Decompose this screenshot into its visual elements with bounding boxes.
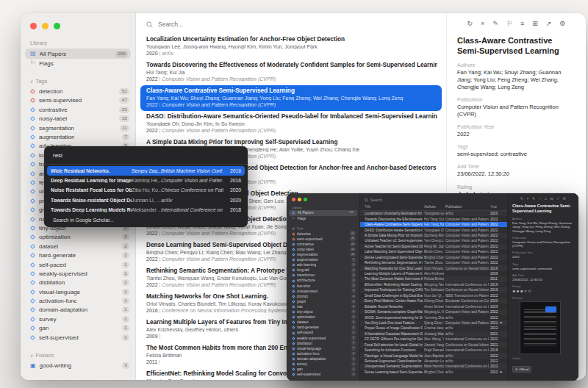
suggestion-row[interactable]: Wide Residual Networks. Sergey Zag... Br… xyxy=(47,166,245,176)
sidebar-item-tag[interactable]: distillation 1 xyxy=(21,279,135,287)
table-row[interactable]: Improved Techniques for Training GANs. T… xyxy=(360,287,507,292)
table-row[interactable]: DASO: Distribution-Aware Semantics-Orien… xyxy=(360,227,507,232)
sidebar-item-flags[interactable]: ⚐ Flags xyxy=(21,59,135,68)
paper-row[interactable]: Class-Aware Contrastive Semi-Supervised … xyxy=(140,85,442,111)
sidebar-item-tag[interactable]: transformer 4 xyxy=(287,273,359,278)
sidebar-item-folder[interactable]: ▣ good-writing 3 xyxy=(21,361,135,370)
table-row[interactable]: FP-DETR: Efficient Pre-training for Dete… xyxy=(360,337,507,342)
column-title[interactable]: Title xyxy=(365,205,423,209)
settings-icon[interactable]: ⚙ xyxy=(559,20,565,27)
table-row[interactable]: Proper Reuse of Image Classification Fea… xyxy=(360,326,507,331)
sidebar-item-tag[interactable]: adv-learning 5 xyxy=(287,262,359,267)
sidebar-item-tag[interactable]: detection 52 xyxy=(287,231,359,237)
sidebar-item-tag[interactable]: augmentation 7 xyxy=(287,257,359,262)
table-row[interactable]: S4OD: Semi-supervised learning for Singl… xyxy=(360,315,507,320)
table-row[interactable]: Retrieval Augmented Classification for L… xyxy=(360,359,507,364)
sidebar-item-tag[interactable]: semi-supervised 47 xyxy=(21,96,135,105)
tags-section-header[interactable]: ∨ Tags xyxy=(30,78,135,85)
table-row[interactable]: The Most Common Habits from more than 20… xyxy=(360,276,507,281)
sidebar-item-tag[interactable]: weakly-supervised 1 xyxy=(287,335,359,340)
table-row[interactable]: Class-Aware Contrastive Semi-Supervised … xyxy=(360,222,507,227)
share-icon[interactable]: ↗ xyxy=(546,20,552,27)
tags-section-header[interactable]: ∨ Tags xyxy=(292,226,359,231)
sidebar-item-tag[interactable]: nas 2 xyxy=(287,304,359,309)
sidebar-item-tag[interactable]: graph 2 xyxy=(287,299,359,304)
table-row[interactable]: Learning Multiple Layers of Features fro… xyxy=(360,271,507,276)
sidebar-item-tag[interactable]: dataset 2 xyxy=(21,242,135,251)
list-view-icon[interactable]: ≡ xyxy=(545,197,547,201)
pdf-preview-thumbnail[interactable] xyxy=(520,301,561,354)
sidebar-item-tag[interactable]: semi-supervised 47 xyxy=(287,237,359,242)
mini-search-bar[interactable]: Search... xyxy=(360,193,507,204)
table-row[interactable]: EfficientNet: Rethinking Model Scaling f… xyxy=(360,282,507,287)
sidebar-item-tag[interactable]: augmentation 7 xyxy=(21,132,135,141)
sidebar-item-tag[interactable]: segmentation 11 xyxy=(287,252,359,257)
sidebar-item-tag[interactable]: self-paced 1 xyxy=(287,330,359,335)
sidebar-item-tag[interactable]: contrastive 23 xyxy=(287,242,359,247)
sidebar-item-tag[interactable]: detection 52 xyxy=(21,87,135,96)
sidebar-item-all-papers[interactable]: ▤ All Papers 209 xyxy=(289,210,357,216)
table-row[interactable]: Matching Networks for One Shot Learning.… xyxy=(360,265,507,270)
sidebar-item-tag[interactable]: gan 1 xyxy=(21,324,135,333)
sidebar-item-tag[interactable]: contrastive 23 xyxy=(21,105,135,114)
list-view-icon[interactable]: ≡ xyxy=(520,20,524,27)
settings-icon[interactable]: ⚙ xyxy=(563,197,566,201)
sidebar-item-tag[interactable]: few-shot 3 xyxy=(287,284,359,289)
sidebar-item-tag[interactable]: segmentation 11 xyxy=(21,123,135,132)
suggestion-row[interactable]: Deep Residual Learning for Image Reco...… xyxy=(47,176,245,185)
zoom-button[interactable] xyxy=(304,198,307,201)
sidebar-item-tag[interactable]: dataset 2 xyxy=(287,320,359,325)
delete-icon[interactable]: × xyxy=(527,197,529,201)
sidebar-item-tag[interactable]: gan 1 xyxy=(287,367,359,372)
flag-icon[interactable]: ⚐ xyxy=(506,20,512,27)
sidebar-item-tag[interactable]: domain-adaptation 1 xyxy=(21,306,135,315)
minimize-button[interactable] xyxy=(298,198,301,201)
column-authors[interactable]: Authors xyxy=(424,205,444,209)
table-row[interactable]: Every Pixel Matters: Center-Aware Featur… xyxy=(360,298,507,303)
flag-icon[interactable]: ⚐ xyxy=(538,197,541,201)
zoom-button[interactable] xyxy=(54,23,60,29)
table-row[interactable]: Unbiased Teacher v2: Semi-supervised Obj… xyxy=(360,238,507,243)
close-button[interactable] xyxy=(30,23,37,29)
sidebar-item-tag[interactable]: visual-language 1 xyxy=(287,346,359,351)
rating-stars[interactable]: ★★★☆☆ xyxy=(512,289,574,294)
sidebar-item-tag[interactable]: prompt 2 xyxy=(287,294,359,299)
sidebar-item-tag[interactable]: hard-generate 1 xyxy=(21,251,135,259)
sidebar-item-tag[interactable]: survey 1 xyxy=(287,362,359,367)
sidebar-item-tag[interactable]: weakly-supervised 1 xyxy=(21,269,135,278)
close-button[interactable] xyxy=(292,198,295,201)
table-row[interactable]: Dense Learning based Semi-Supervised Obj… xyxy=(360,255,507,260)
table-row[interactable]: Searching for Activation Functions. Praj… xyxy=(360,348,507,353)
table-view-icon[interactable]: ⊞ xyxy=(551,197,553,201)
code-repo-chip[interactable]: ⊙ Official xyxy=(512,366,531,373)
column-year[interactable]: Year xyxy=(490,205,500,209)
table-row[interactable]: Rethinking Semantic Segmentation: A Prot… xyxy=(360,260,507,265)
column-publication[interactable]: Publication xyxy=(445,205,489,209)
table-row[interactable]: Label Matching Semi-Supervised Object De… xyxy=(360,249,507,254)
minimize-button[interactable] xyxy=(42,23,49,29)
suggestion-row[interactable]: Towards Deep Learning Models Resista... … xyxy=(47,205,245,215)
table-row[interactable]: Active Teacher for Semi-Supervised Objec… xyxy=(360,244,507,249)
sidebar-item-tag[interactable]: self-supervised 1 xyxy=(287,372,359,377)
sidebar-item-tag[interactable]: visual-language 1 xyxy=(21,287,135,296)
sidebar-item-tag[interactable]: noisy-label 15 xyxy=(21,115,135,123)
search-input[interactable] xyxy=(157,20,304,29)
folders-section-header[interactable]: ∨ Folders xyxy=(30,352,135,359)
suggestion-row[interactable]: Noise Resistant Focal Loss for Object D.… xyxy=(47,185,245,195)
paper-row[interactable]: Towards Discovering the Effectiveness of… xyxy=(136,60,446,85)
sidebar-item-tag[interactable]: domain-adaptation 1 xyxy=(287,356,359,362)
table-row[interactable]: Flamingo: a Visual Language Model for Fe… xyxy=(360,353,507,358)
sidebar-item-tag[interactable]: distillation 1 xyxy=(287,341,359,346)
table-row[interactable]: A Simple Data Mixing Prior for Improving… xyxy=(360,233,507,238)
sidebar-item-tag[interactable]: activation-func 1 xyxy=(21,296,135,305)
share-icon[interactable]: ↗ xyxy=(556,197,559,201)
table-row[interactable]: Dense Learning based Semi-Supervised Obj… xyxy=(360,370,507,375)
edit-icon[interactable]: ✎ xyxy=(532,197,535,201)
table-row[interactable]: Unsupervised Semantic Segmentation by Di… xyxy=(360,364,507,369)
table-row[interactable]: Localization Uncertainty Estimation for … xyxy=(360,211,507,216)
sidebar-item-tag[interactable]: architecture 3 xyxy=(287,278,359,283)
search-query-text[interactable]: resi xyxy=(44,149,248,164)
sidebar-item-tag[interactable]: self-paced 1 xyxy=(21,260,135,269)
sidebar-item-tag[interactable]: self-supervised 1 xyxy=(21,333,135,342)
sidebar-item-tag[interactable]: noisy-label 15 xyxy=(287,247,359,252)
